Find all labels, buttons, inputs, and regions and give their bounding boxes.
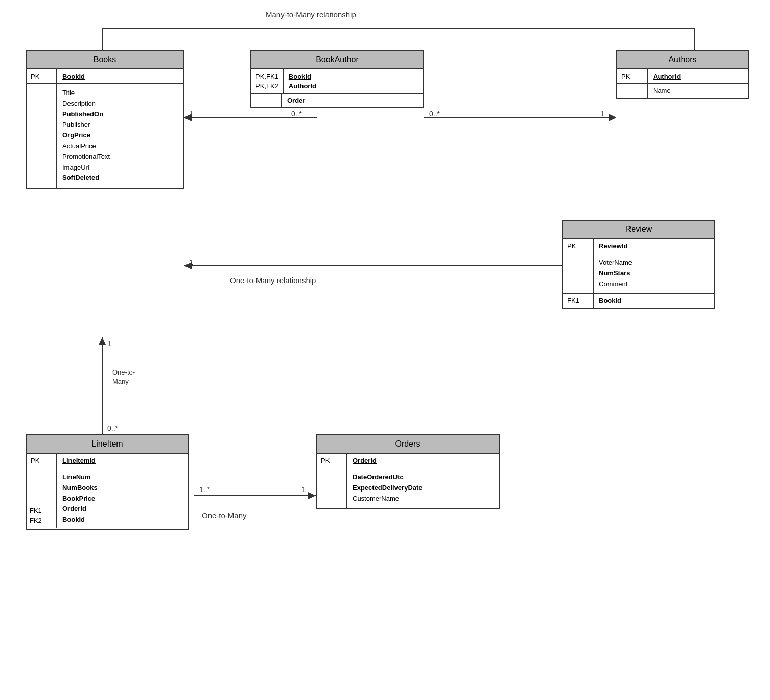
diagram-container: 1 0..* 0..* 1 1 0..* 1 0..* 1..* 1 Many-… (0, 0, 770, 700)
bookauthor-field-authorid: AuthorId (289, 82, 418, 90)
entity-lineitem: LineItem PK LineItemId FK1 FK2 LineNum N… (26, 434, 189, 530)
bookauthor-order-row: Order (251, 94, 423, 107)
card-books-li-1: 1 (107, 340, 111, 348)
one-to-many-lineitem-label: One-to-Many (202, 511, 247, 520)
review-pk-row: PK ReviewId (563, 239, 714, 253)
entity-bookauthor: BookAuthor PK,FK1 PK,FK2 BookId AuthorId… (250, 50, 424, 108)
orders-field-customername: CustomerName (353, 494, 423, 504)
bookauthor-field-bookid: BookId (289, 73, 418, 80)
svg-marker-13 (308, 492, 316, 499)
orders-fields: DateOrderedUtc ExpectedDeliveryDate Cust… (347, 468, 428, 508)
books-header: Books (27, 51, 183, 69)
svg-marker-11 (99, 337, 106, 345)
books-field-publisher: Publisher (62, 120, 110, 130)
lineitem-field-linenum: LineNum (62, 472, 98, 483)
bookauthor-field-col: BookId AuthorId (284, 69, 423, 93)
entity-authors: Authors PK AuthorId Name (616, 50, 749, 99)
card-ba-authors-star: 0..* (429, 110, 440, 118)
books-field-description: Description (62, 99, 110, 109)
card-books-ba-star: 0..* (291, 110, 302, 118)
bookauthor-header: BookAuthor (251, 51, 423, 69)
review-pk-field: ReviewId (594, 239, 714, 253)
books-pk-row: PK BookId (27, 69, 183, 84)
svg-marker-7 (609, 114, 616, 121)
authors-pk-key: PK (617, 69, 648, 83)
card-books-ba-1: 1 (189, 110, 193, 118)
orders-field-expecteddelivery: ExpectedDeliveryDate (353, 483, 423, 494)
lineitem-fk-keys: FK1 FK2 (27, 468, 57, 528)
lineitem-header: LineItem (27, 435, 188, 454)
orders-fields-row: DateOrderedUtc ExpectedDeliveryDate Cust… (317, 468, 499, 508)
lineitem-fk1: FK1 (30, 507, 53, 515)
lineitem-fields-row: FK1 FK2 LineNum NumBooks BookPrice Order… (27, 468, 188, 529)
orders-pk-key: PK (317, 454, 347, 468)
authors-header: Authors (617, 51, 748, 69)
lineitem-field-bookid: BookId (62, 515, 98, 525)
review-field-votername: VoterName (599, 258, 632, 268)
books-field-orgprice: OrgPrice (62, 130, 110, 141)
bookauthor-order-key (251, 94, 282, 107)
books-fields: Title Description PublishedOn Publisher … (57, 84, 115, 188)
review-field-numstars: NumStars (599, 268, 632, 279)
bookauthor-pk-row: PK,FK1 PK,FK2 BookId AuthorId (251, 69, 423, 94)
books-field-promotionaltext: PromotionalText (62, 152, 110, 162)
lineitem-field-bookprice: BookPrice (62, 494, 98, 504)
lineitem-pk-row: PK LineItemId (27, 454, 188, 468)
review-field-comment: Comment (599, 279, 632, 290)
bookauthor-pkfk1: PK,FK1 (255, 73, 278, 80)
review-fields: VoterName NumStars Comment (594, 253, 637, 293)
review-pk-key: PK (563, 239, 594, 253)
bookauthor-order-field: Order (282, 94, 423, 107)
bookauthor-pkfk2: PK,FK2 (255, 82, 278, 90)
books-field-actualprice: ActualPrice (62, 141, 110, 152)
books-pk-field: BookId (57, 69, 183, 83)
orders-field-dateordered: DateOrderedUtc (353, 472, 423, 483)
books-pk-key: PK (27, 69, 57, 83)
authors-name-key (617, 84, 648, 98)
entity-books: Books PK BookId Title Description Publis… (26, 50, 184, 189)
card-books-review-1: 1 (189, 258, 193, 266)
entity-orders: Orders PK OrderId DateOrderedUtc Expecte… (316, 434, 500, 509)
card-ba-authors-1: 1 (600, 110, 604, 118)
review-header: Review (563, 221, 714, 239)
card-li-orders-1: 1 (301, 485, 306, 494)
authors-name-field: Name (648, 84, 748, 98)
lineitem-field-orderid: OrderId (62, 504, 98, 515)
review-fk-row: FK1 BookId (563, 294, 714, 308)
review-fields-row: VoterName NumStars Comment (563, 253, 714, 294)
many-to-many-label: Many-to-Many relationship (266, 10, 356, 19)
lineitem-pk-field: LineItemId (57, 454, 188, 468)
bookauthor-key-col: PK,FK1 PK,FK2 (251, 69, 284, 93)
authors-name-row: Name (617, 84, 748, 98)
entity-review: Review PK ReviewId VoterName NumStars Co… (562, 220, 715, 309)
orders-header: Orders (317, 435, 499, 454)
orders-pk-field: OrderId (347, 454, 499, 468)
authors-pk-row: PK AuthorId (617, 69, 748, 84)
lineitem-field-numbooks: NumBooks (62, 483, 98, 494)
review-fk-key: FK1 (563, 294, 594, 308)
books-field-softdeleted: SoftDeleted (62, 173, 110, 183)
lineitem-pk-key: PK (27, 454, 57, 468)
authors-pk-field: AuthorId (648, 69, 748, 83)
books-field-title: Title (62, 88, 110, 99)
lineitem-fields: LineNum NumBooks BookPrice OrderId BookI… (57, 468, 103, 529)
one-to-many-books-li-label: One-to-Many (112, 368, 135, 386)
lineitem-fk2: FK2 (30, 517, 53, 524)
card-books-li-star: 0..* (107, 424, 118, 432)
card-li-orders-star: 1..* (199, 485, 210, 494)
books-field-imageurl: ImageUrl (62, 162, 110, 173)
books-field-publishedon: PublishedOn (62, 109, 110, 120)
books-fields-row: Title Description PublishedOn Publisher … (27, 84, 183, 188)
orders-pk-row: PK OrderId (317, 454, 499, 468)
review-fk-field: BookId (594, 294, 714, 308)
one-to-many-review-label: One-to-Many relationship (230, 276, 316, 285)
